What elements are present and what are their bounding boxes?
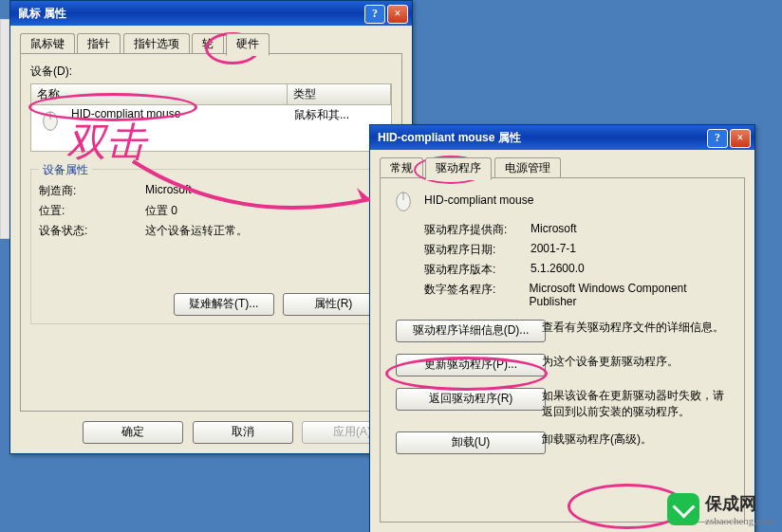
version-value: 5.1.2600.0 bbox=[531, 262, 585, 278]
tab-driver[interactable]: 驱动程序 bbox=[425, 157, 492, 180]
maker-value: Microsoft bbox=[145, 183, 192, 199]
help-button[interactable]: ? bbox=[364, 5, 385, 24]
tab-general[interactable]: 常规 bbox=[380, 157, 423, 177]
location-label: 位置: bbox=[39, 203, 145, 219]
tab-hardware[interactable]: 硬件 bbox=[226, 33, 270, 56]
tab-wheel[interactable]: 轮 bbox=[192, 33, 224, 53]
rollback-driver-button[interactable]: 返回驱动程序(R) bbox=[396, 388, 546, 411]
signer-value: Microsoft Windows Component Publisher bbox=[530, 282, 735, 308]
provider-label: 驱动程序提供商: bbox=[424, 222, 531, 238]
help-button[interactable]: ? bbox=[707, 129, 728, 148]
group-legend: 设备属性 bbox=[39, 162, 92, 178]
col-type[interactable]: 类型 bbox=[288, 84, 391, 104]
watermark: 保成网 zsbaocheng.com bbox=[667, 492, 774, 526]
watermark-logo-icon bbox=[667, 493, 699, 525]
date-label: 驱动程序日期: bbox=[424, 242, 531, 258]
dialog-title: 鼠标 属性 bbox=[18, 7, 66, 20]
status-label: 设备状态: bbox=[39, 223, 145, 239]
close-button[interactable]: × bbox=[387, 5, 408, 24]
close-button[interactable]: × bbox=[730, 129, 751, 148]
device-name: HID-compliant mouse bbox=[424, 193, 533, 207]
watermark-url: zsbaocheng.com bbox=[705, 515, 774, 526]
tab-buttons[interactable]: 鼠标键 bbox=[20, 33, 75, 53]
titlebar[interactable]: HID-compliant mouse 属性 ? × bbox=[370, 125, 754, 150]
device-properties-group: 设备属性 制造商:Microsoft 位置:位置 0 设备状态:这个设备运转正常… bbox=[30, 169, 392, 324]
uninstall-driver-desc: 卸载驱动程序(高级)。 bbox=[542, 431, 735, 454]
tab-strip: 鼠标键 指针 指针选项 轮 硬件 bbox=[20, 33, 402, 54]
driver-panel: HID-compliant mouse 驱动程序提供商:Microsoft 驱动… bbox=[380, 177, 745, 523]
update-driver-button[interactable]: 更新驱动程序(P)... bbox=[396, 354, 546, 376]
maker-label: 制造商: bbox=[39, 183, 145, 199]
signer-label: 数字签名程序: bbox=[424, 282, 530, 308]
titlebar[interactable]: 鼠标 属性 ? × bbox=[10, 1, 412, 26]
driver-details-button[interactable]: 驱动程序详细信息(D)... bbox=[396, 320, 546, 342]
driver-details-desc: 查看有关驱动程序文件的详细信息。 bbox=[542, 320, 735, 342]
watermark-name: 保成网 bbox=[705, 492, 774, 515]
device-name: HID-compliant mouse bbox=[71, 107, 294, 132]
tab-pointer-options[interactable]: 指针选项 bbox=[123, 33, 190, 53]
date-value: 2001-7-1 bbox=[531, 242, 576, 258]
driver-properties-dialog: HID-compliant mouse 属性 ? × 常规 驱动程序 电源管理 … bbox=[369, 124, 755, 532]
tab-pointers[interactable]: 指针 bbox=[77, 33, 121, 53]
device-list-header: 名称 类型 bbox=[30, 83, 392, 105]
tab-power[interactable]: 电源管理 bbox=[494, 157, 561, 177]
provider-value: Microsoft bbox=[531, 222, 577, 238]
device-list[interactable]: HID-compliant mouse 鼠标和其... bbox=[30, 105, 392, 152]
device-row[interactable]: HID-compliant mouse 鼠标和其... bbox=[31, 105, 391, 134]
devices-label: 设备(D): bbox=[30, 64, 392, 80]
mouse-icon bbox=[390, 188, 417, 212]
desktop: 鼠标 属性 ? × 鼠标键 指针 指针选项 轮 硬件 设备(D): 名称 类型 bbox=[0, 0, 782, 532]
cancel-button[interactable]: 取消 bbox=[193, 421, 293, 444]
version-label: 驱动程序版本: bbox=[424, 262, 531, 278]
status-value: 这个设备运转正常。 bbox=[145, 223, 248, 239]
mouse-properties-dialog: 鼠标 属性 ? × 鼠标键 指针 指针选项 轮 硬件 设备(D): 名称 类型 bbox=[9, 0, 413, 454]
hardware-panel: 设备(D): 名称 类型 HID-compliant mouse 鼠标和其... bbox=[20, 53, 402, 412]
mouse-icon bbox=[37, 107, 64, 132]
uninstall-driver-button[interactable]: 卸载(U) bbox=[396, 431, 546, 454]
update-driver-desc: 为这个设备更新驱动程序。 bbox=[542, 354, 735, 376]
rollback-driver-desc: 如果该设备在更新驱动器时失败，请返回到以前安装的驱动程序。 bbox=[542, 388, 735, 420]
location-value: 位置 0 bbox=[145, 203, 177, 219]
ok-button[interactable]: 确定 bbox=[83, 421, 183, 444]
troubleshoot-button[interactable]: 疑难解答(T)... bbox=[174, 293, 274, 316]
dialog-title: HID-compliant mouse 属性 bbox=[378, 131, 521, 144]
tab-strip: 常规 驱动程序 电源管理 bbox=[380, 157, 745, 178]
col-name[interactable]: 名称 bbox=[31, 84, 288, 104]
